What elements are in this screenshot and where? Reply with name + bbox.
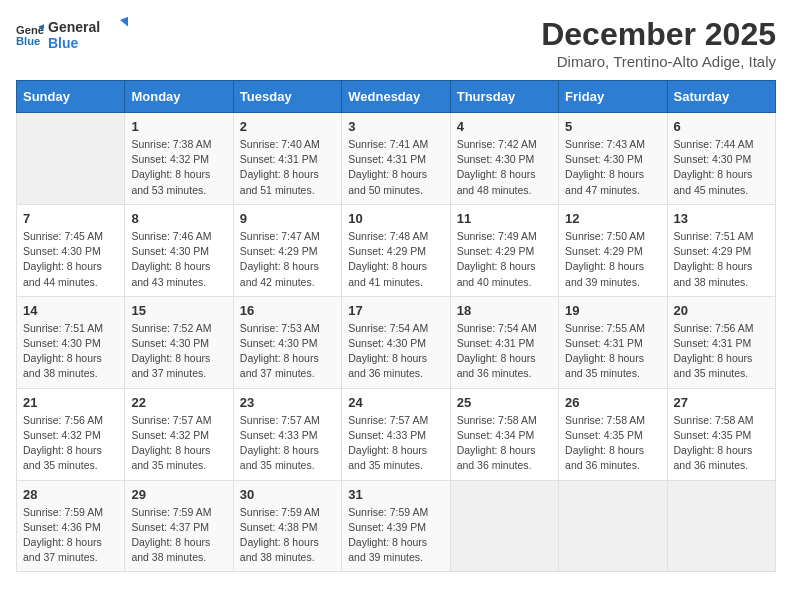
weekday-header: Wednesday bbox=[342, 81, 450, 113]
logo-icon: General Blue bbox=[16, 21, 44, 49]
day-info: Sunrise: 7:57 AM Sunset: 4:32 PM Dayligh… bbox=[131, 413, 226, 474]
calendar-week-row: 28 Sunrise: 7:59 AM Sunset: 4:36 PM Dayl… bbox=[17, 480, 776, 572]
day-info: Sunrise: 7:51 AM Sunset: 4:29 PM Dayligh… bbox=[674, 229, 769, 290]
day-info: Sunrise: 7:50 AM Sunset: 4:29 PM Dayligh… bbox=[565, 229, 660, 290]
calendar-cell: 23 Sunrise: 7:57 AM Sunset: 4:33 PM Dayl… bbox=[233, 388, 341, 480]
calendar-cell: 16 Sunrise: 7:53 AM Sunset: 4:30 PM Dayl… bbox=[233, 296, 341, 388]
calendar-cell: 10 Sunrise: 7:48 AM Sunset: 4:29 PM Dayl… bbox=[342, 204, 450, 296]
day-info: Sunrise: 7:46 AM Sunset: 4:30 PM Dayligh… bbox=[131, 229, 226, 290]
day-info: Sunrise: 7:55 AM Sunset: 4:31 PM Dayligh… bbox=[565, 321, 660, 382]
calendar-cell bbox=[450, 480, 558, 572]
calendar-week-row: 7 Sunrise: 7:45 AM Sunset: 4:30 PM Dayli… bbox=[17, 204, 776, 296]
weekday-header: Tuesday bbox=[233, 81, 341, 113]
day-info: Sunrise: 7:57 AM Sunset: 4:33 PM Dayligh… bbox=[348, 413, 443, 474]
weekday-header: Saturday bbox=[667, 81, 775, 113]
calendar-cell: 11 Sunrise: 7:49 AM Sunset: 4:29 PM Dayl… bbox=[450, 204, 558, 296]
day-info: Sunrise: 7:53 AM Sunset: 4:30 PM Dayligh… bbox=[240, 321, 335, 382]
calendar-cell: 24 Sunrise: 7:57 AM Sunset: 4:33 PM Dayl… bbox=[342, 388, 450, 480]
day-number: 26 bbox=[565, 395, 660, 410]
subtitle: Dimaro, Trentino-Alto Adige, Italy bbox=[541, 53, 776, 70]
calendar-cell: 26 Sunrise: 7:58 AM Sunset: 4:35 PM Dayl… bbox=[559, 388, 667, 480]
main-title: December 2025 bbox=[541, 16, 776, 53]
calendar-cell: 3 Sunrise: 7:41 AM Sunset: 4:31 PM Dayli… bbox=[342, 113, 450, 205]
day-number: 6 bbox=[674, 119, 769, 134]
logo: General Blue General Blue bbox=[16, 16, 128, 54]
calendar-cell: 6 Sunrise: 7:44 AM Sunset: 4:30 PM Dayli… bbox=[667, 113, 775, 205]
day-info: Sunrise: 7:54 AM Sunset: 4:30 PM Dayligh… bbox=[348, 321, 443, 382]
calendar-cell: 27 Sunrise: 7:58 AM Sunset: 4:35 PM Dayl… bbox=[667, 388, 775, 480]
day-info: Sunrise: 7:59 AM Sunset: 4:37 PM Dayligh… bbox=[131, 505, 226, 566]
day-number: 16 bbox=[240, 303, 335, 318]
day-number: 12 bbox=[565, 211, 660, 226]
day-info: Sunrise: 7:57 AM Sunset: 4:33 PM Dayligh… bbox=[240, 413, 335, 474]
calendar-cell: 7 Sunrise: 7:45 AM Sunset: 4:30 PM Dayli… bbox=[17, 204, 125, 296]
day-info: Sunrise: 7:59 AM Sunset: 4:38 PM Dayligh… bbox=[240, 505, 335, 566]
day-number: 25 bbox=[457, 395, 552, 410]
calendar-cell: 22 Sunrise: 7:57 AM Sunset: 4:32 PM Dayl… bbox=[125, 388, 233, 480]
day-number: 10 bbox=[348, 211, 443, 226]
calendar-cell: 25 Sunrise: 7:58 AM Sunset: 4:34 PM Dayl… bbox=[450, 388, 558, 480]
day-info: Sunrise: 7:58 AM Sunset: 4:35 PM Dayligh… bbox=[674, 413, 769, 474]
calendar-cell: 18 Sunrise: 7:54 AM Sunset: 4:31 PM Dayl… bbox=[450, 296, 558, 388]
logo-svg: General Blue bbox=[48, 16, 128, 54]
calendar-cell: 4 Sunrise: 7:42 AM Sunset: 4:30 PM Dayli… bbox=[450, 113, 558, 205]
svg-text:Blue: Blue bbox=[16, 35, 40, 47]
day-info: Sunrise: 7:54 AM Sunset: 4:31 PM Dayligh… bbox=[457, 321, 552, 382]
day-number: 20 bbox=[674, 303, 769, 318]
calendar-cell: 14 Sunrise: 7:51 AM Sunset: 4:30 PM Dayl… bbox=[17, 296, 125, 388]
day-info: Sunrise: 7:49 AM Sunset: 4:29 PM Dayligh… bbox=[457, 229, 552, 290]
calendar-cell bbox=[667, 480, 775, 572]
calendar-cell: 30 Sunrise: 7:59 AM Sunset: 4:38 PM Dayl… bbox=[233, 480, 341, 572]
calendar-week-row: 21 Sunrise: 7:56 AM Sunset: 4:32 PM Dayl… bbox=[17, 388, 776, 480]
weekday-header: Sunday bbox=[17, 81, 125, 113]
day-number: 7 bbox=[23, 211, 118, 226]
day-number: 11 bbox=[457, 211, 552, 226]
day-info: Sunrise: 7:58 AM Sunset: 4:35 PM Dayligh… bbox=[565, 413, 660, 474]
calendar-cell: 13 Sunrise: 7:51 AM Sunset: 4:29 PM Dayl… bbox=[667, 204, 775, 296]
calendar-cell: 17 Sunrise: 7:54 AM Sunset: 4:30 PM Dayl… bbox=[342, 296, 450, 388]
day-number: 8 bbox=[131, 211, 226, 226]
title-area: December 2025 Dimaro, Trentino-Alto Adig… bbox=[541, 16, 776, 70]
day-info: Sunrise: 7:47 AM Sunset: 4:29 PM Dayligh… bbox=[240, 229, 335, 290]
day-info: Sunrise: 7:56 AM Sunset: 4:32 PM Dayligh… bbox=[23, 413, 118, 474]
day-info: Sunrise: 7:45 AM Sunset: 4:30 PM Dayligh… bbox=[23, 229, 118, 290]
calendar-cell bbox=[559, 480, 667, 572]
calendar-cell: 8 Sunrise: 7:46 AM Sunset: 4:30 PM Dayli… bbox=[125, 204, 233, 296]
header-area: General Blue General Blue December 2025 … bbox=[16, 16, 776, 70]
calendar-cell bbox=[17, 113, 125, 205]
day-number: 19 bbox=[565, 303, 660, 318]
day-number: 18 bbox=[457, 303, 552, 318]
day-number: 4 bbox=[457, 119, 552, 134]
day-info: Sunrise: 7:41 AM Sunset: 4:31 PM Dayligh… bbox=[348, 137, 443, 198]
calendar-cell: 5 Sunrise: 7:43 AM Sunset: 4:30 PM Dayli… bbox=[559, 113, 667, 205]
calendar-cell: 20 Sunrise: 7:56 AM Sunset: 4:31 PM Dayl… bbox=[667, 296, 775, 388]
day-info: Sunrise: 7:40 AM Sunset: 4:31 PM Dayligh… bbox=[240, 137, 335, 198]
day-number: 24 bbox=[348, 395, 443, 410]
day-number: 28 bbox=[23, 487, 118, 502]
calendar-cell: 1 Sunrise: 7:38 AM Sunset: 4:32 PM Dayli… bbox=[125, 113, 233, 205]
day-number: 5 bbox=[565, 119, 660, 134]
day-number: 31 bbox=[348, 487, 443, 502]
calendar-cell: 19 Sunrise: 7:55 AM Sunset: 4:31 PM Dayl… bbox=[559, 296, 667, 388]
calendar-cell: 15 Sunrise: 7:52 AM Sunset: 4:30 PM Dayl… bbox=[125, 296, 233, 388]
day-info: Sunrise: 7:44 AM Sunset: 4:30 PM Dayligh… bbox=[674, 137, 769, 198]
day-info: Sunrise: 7:42 AM Sunset: 4:30 PM Dayligh… bbox=[457, 137, 552, 198]
day-number: 14 bbox=[23, 303, 118, 318]
day-info: Sunrise: 7:43 AM Sunset: 4:30 PM Dayligh… bbox=[565, 137, 660, 198]
calendar-cell: 28 Sunrise: 7:59 AM Sunset: 4:36 PM Dayl… bbox=[17, 480, 125, 572]
day-number: 9 bbox=[240, 211, 335, 226]
day-number: 29 bbox=[131, 487, 226, 502]
day-info: Sunrise: 7:48 AM Sunset: 4:29 PM Dayligh… bbox=[348, 229, 443, 290]
calendar-cell: 31 Sunrise: 7:59 AM Sunset: 4:39 PM Dayl… bbox=[342, 480, 450, 572]
day-info: Sunrise: 7:58 AM Sunset: 4:34 PM Dayligh… bbox=[457, 413, 552, 474]
weekday-header-row: SundayMondayTuesdayWednesdayThursdayFrid… bbox=[17, 81, 776, 113]
day-number: 2 bbox=[240, 119, 335, 134]
day-number: 21 bbox=[23, 395, 118, 410]
calendar-cell: 2 Sunrise: 7:40 AM Sunset: 4:31 PM Dayli… bbox=[233, 113, 341, 205]
day-info: Sunrise: 7:59 AM Sunset: 4:39 PM Dayligh… bbox=[348, 505, 443, 566]
day-number: 22 bbox=[131, 395, 226, 410]
svg-text:General: General bbox=[16, 24, 44, 36]
weekday-header: Monday bbox=[125, 81, 233, 113]
svg-marker-5 bbox=[120, 16, 128, 28]
day-number: 30 bbox=[240, 487, 335, 502]
